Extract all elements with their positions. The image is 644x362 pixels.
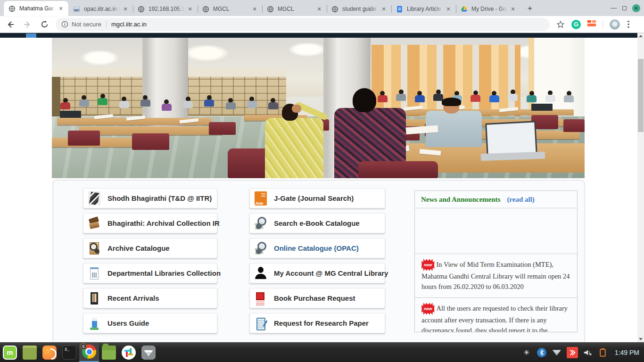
network-tray-icon[interactable] bbox=[552, 347, 562, 358]
quick-link-label: Book Purchase Request bbox=[274, 294, 355, 302]
news-text: All the users are requested to check the… bbox=[421, 304, 568, 332]
browser-tab[interactable]: Mahatma Gand✕ bbox=[4, 1, 68, 16]
forward-button[interactable] bbox=[21, 18, 34, 31]
globe-favicon-icon bbox=[138, 6, 145, 13]
tab-close-icon[interactable]: ✕ bbox=[186, 5, 194, 13]
quick-link-button[interactable]: Recent Arrivals bbox=[83, 288, 217, 308]
grammarly-extension-icon[interactable]: G bbox=[571, 20, 581, 29]
quick-link-button[interactable]: Users Guide bbox=[83, 313, 217, 333]
tab-separator bbox=[198, 5, 198, 13]
anydesk-icon[interactable] bbox=[567, 347, 578, 358]
bluetooth-icon[interactable] bbox=[537, 347, 547, 358]
photo-student-yellow bbox=[265, 118, 323, 178]
reload-button[interactable] bbox=[38, 18, 51, 31]
tab-separator bbox=[391, 5, 392, 13]
browser-tab[interactable]: student guide✕ bbox=[327, 2, 391, 16]
omnibox-divider bbox=[106, 21, 107, 28]
tab-close-icon[interactable]: ✕ bbox=[251, 5, 258, 13]
mint-menu-button[interactable]: m bbox=[0, 343, 20, 362]
quick-link-button[interactable]: Shodh Bhagirathi (T&D @ IITR) bbox=[83, 188, 217, 208]
browser-tab[interactable]: MGCL✕ bbox=[198, 2, 262, 16]
tab-separator bbox=[133, 5, 133, 13]
address-bar[interactable]: Not secure mgcl.iitr.ac.in bbox=[56, 18, 550, 31]
volume-muted-icon[interactable] bbox=[583, 347, 593, 358]
quick-link-button[interactable]: Online Catalogue (OPAC) bbox=[249, 238, 385, 258]
person-icon bbox=[255, 266, 267, 280]
web-page: Shodh Bhagirathi (T&D @ IITR)Bhagirathi:… bbox=[0, 33, 644, 342]
slack-launcher[interactable] bbox=[119, 343, 139, 362]
scrollbar-thumb[interactable] bbox=[638, 59, 644, 132]
book-stack-icon bbox=[88, 191, 100, 206]
tab-close-icon[interactable]: ✕ bbox=[509, 5, 517, 13]
close-button[interactable]: ✕ bbox=[632, 4, 640, 12]
taskbar-launchers: m $_ 6 bbox=[0, 343, 158, 362]
news-text: In View of Mid Term Examination (MTE), M… bbox=[421, 261, 570, 290]
quick-link-button[interactable]: Archive Catalogue bbox=[83, 238, 217, 258]
browser-menu-icon[interactable] bbox=[627, 20, 630, 29]
taskbar-clock[interactable]: 1:49 PM bbox=[615, 349, 639, 356]
terminal-launcher[interactable]: $_ bbox=[59, 343, 79, 362]
minimize-button[interactable]: — bbox=[611, 6, 617, 10]
department-doc-icon bbox=[88, 266, 100, 280]
slack-tray-icon[interactable]: ✳ bbox=[521, 347, 532, 358]
orange-extension-icon[interactable] bbox=[587, 20, 596, 29]
gdrive-favicon-icon bbox=[461, 6, 468, 13]
tab-close-icon[interactable]: ✕ bbox=[380, 5, 388, 13]
page-scrollbar[interactable] bbox=[637, 33, 644, 342]
network-settings-launcher[interactable] bbox=[139, 343, 158, 362]
browser-tab[interactable]: MGCL✕ bbox=[262, 2, 327, 16]
tab-title: MGCL bbox=[278, 6, 314, 12]
folder-icon bbox=[102, 346, 116, 360]
search-books-icon bbox=[255, 241, 267, 255]
new-badge: new bbox=[421, 259, 435, 271]
quick-link-button[interactable]: Bhagirathi: Archival Collection IR bbox=[83, 213, 217, 233]
scroll-down-arrow[interactable] bbox=[637, 336, 644, 342]
firefox-launcher[interactable] bbox=[40, 343, 59, 362]
new-tab-button[interactable]: + bbox=[523, 2, 537, 15]
tab-close-icon[interactable]: ✕ bbox=[122, 5, 129, 13]
tab-separator bbox=[456, 5, 456, 13]
quick-link-label: My Account @ MG Central Library bbox=[274, 269, 388, 277]
quick-link-button[interactable]: Departmental Libraries Collection bbox=[83, 263, 217, 283]
quick-link-button[interactable]: Search e-Book Catalogue bbox=[249, 213, 385, 233]
quick-link-label: Users Guide bbox=[107, 319, 149, 327]
site-nav-strip bbox=[0, 33, 644, 38]
quick-link-button[interactable]: JGateJ-Gate (Journal Search) bbox=[249, 188, 385, 208]
battery-icon[interactable] bbox=[598, 347, 608, 358]
scroll-up-arrow[interactable] bbox=[637, 33, 644, 39]
globe-favicon-icon bbox=[331, 6, 339, 13]
browser-tab-bar: Mahatma Gand✕opac.iitr.ac.in:8✕192.168.1… bbox=[0, 0, 644, 16]
quick-link-button[interactable]: My Account @ MG Central Library bbox=[249, 263, 385, 283]
tab-close-icon[interactable]: ✕ bbox=[57, 5, 65, 12]
tab-title: student guide bbox=[342, 6, 378, 12]
taskbar: m $_ 6 ✳ bbox=[0, 342, 644, 362]
gdocs-favicon-icon bbox=[396, 6, 403, 13]
news-read-all-link[interactable]: (read all) bbox=[507, 196, 534, 204]
system-tray: ✳ 1:49 PM bbox=[521, 343, 644, 362]
files-launcher[interactable] bbox=[99, 343, 119, 362]
mint-logo-icon: m bbox=[3, 346, 17, 360]
browser-tab[interactable]: 192.168.105.14✕ bbox=[133, 2, 198, 16]
bookmark-star-icon[interactable] bbox=[556, 20, 565, 29]
globe-favicon-icon bbox=[267, 6, 274, 13]
page-info-icon[interactable] bbox=[61, 21, 68, 28]
tab-separator bbox=[327, 5, 327, 13]
browser-tab[interactable]: opac.iitr.ac.in:8✕ bbox=[68, 2, 133, 16]
quick-links-left-column: Shodh Bhagirathi (T&D @ IITR)Bhagirathi:… bbox=[83, 188, 217, 333]
maximize-button[interactable] bbox=[622, 6, 627, 10]
tab-title: Mahatma Gand bbox=[19, 5, 55, 12]
security-label: Not secure bbox=[72, 21, 101, 28]
opac-favicon-icon bbox=[73, 6, 80, 13]
profile-avatar[interactable] bbox=[610, 19, 620, 30]
browser-tab[interactable]: My Drive - Goo✕ bbox=[456, 2, 520, 16]
browser-tab[interactable]: Library Article D✕ bbox=[391, 2, 456, 16]
back-button[interactable] bbox=[4, 18, 17, 31]
quick-link-button[interactable]: Request for Research Paper bbox=[249, 313, 385, 333]
jgate-icon: JGate bbox=[255, 191, 267, 206]
chrome-launcher[interactable]: 6 bbox=[79, 343, 99, 362]
quick-link-button[interactable]: Book Purchase Request bbox=[249, 288, 385, 308]
tab-close-icon[interactable]: ✕ bbox=[315, 5, 323, 13]
show-desktop-button[interactable] bbox=[20, 343, 40, 362]
tab-close-icon[interactable]: ✕ bbox=[445, 5, 452, 13]
wifi-app-icon bbox=[141, 346, 156, 360]
